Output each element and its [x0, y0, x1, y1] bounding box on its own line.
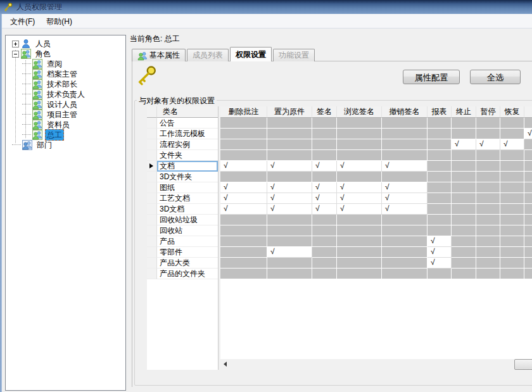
- tree-item-设计人员[interactable]: 设计人员: [6, 99, 125, 110]
- permission-cell-流程实例-签名[interactable]: [312, 139, 337, 150]
- permission-cell-文件夹-恢复[interactable]: [500, 150, 524, 161]
- permission-cell-产品大类-报表[interactable]: √: [428, 258, 452, 269]
- permission-cell-产品的文件夹-报表[interactable]: [428, 269, 452, 279]
- row-header[interactable]: [147, 172, 157, 182]
- class-name-cell-3D文档[interactable]: 3D文档: [157, 204, 218, 215]
- permission-cell-3D文件夹-浏览签名[interactable]: [337, 172, 382, 182]
- tree-item-label[interactable]: 设计人员: [45, 99, 79, 110]
- permission-cell-零部件-删除批注[interactable]: [220, 247, 267, 258]
- permission-cell-图纸-删除批注[interactable]: √: [220, 182, 267, 193]
- row-header[interactable]: [147, 236, 157, 247]
- tree-item-label[interactable]: 查阅: [45, 59, 64, 69]
- permission-cell-3D文档-恢复[interactable]: [500, 204, 524, 215]
- permission-cell-产品的文件夹-暂停[interactable]: [476, 269, 500, 279]
- row-header[interactable]: [147, 258, 157, 269]
- permission-cell-3D文档-置为原件[interactable]: √: [267, 204, 312, 215]
- permission-cell-工艺文档-签名[interactable]: √: [312, 193, 337, 204]
- permission-cell-回收站-报表[interactable]: [428, 225, 452, 236]
- collapse-icon[interactable]: [12, 51, 19, 58]
- permission-cell-产品大类-签名[interactable]: [312, 258, 337, 269]
- tree-item-label[interactable]: 总工: [45, 129, 64, 141]
- permission-cell-产品的文件夹-浏览签名[interactable]: [337, 269, 382, 279]
- permission-cell-工作流元模板-置为原件[interactable]: [267, 129, 312, 139]
- permission-cell-回收站-暂停[interactable]: [476, 225, 500, 236]
- tree-item-label[interactable]: 资料员: [45, 120, 72, 130]
- permission-cell-3D文件夹-置为原件[interactable]: [267, 172, 312, 182]
- attr-config-button[interactable]: 属性配置: [403, 70, 460, 84]
- permission-cell-回收站垃圾-终止[interactable]: [452, 215, 476, 225]
- permission-cell-产品大类-终止[interactable]: [452, 258, 476, 269]
- permission-cell-产品-报表[interactable]: √: [428, 236, 452, 247]
- permission-cell-产品大类-撤销签名[interactable]: [382, 258, 428, 269]
- class-name-cell-回收站垃圾[interactable]: 回收站垃圾: [157, 215, 218, 225]
- tree-item-总工[interactable]: 总工: [6, 130, 125, 140]
- permission-cell-零部件-浏览签名[interactable]: [337, 247, 382, 258]
- permission-cell-回收站垃圾-恢复[interactable]: [500, 215, 524, 225]
- scroll-left-button[interactable]: [220, 359, 231, 370]
- class-name-cell-3D文件夹[interactable]: 3D文件夹: [157, 172, 218, 182]
- permission-cell-文档-启[interactable]: [524, 161, 532, 172]
- permission-cell-公告-撤销签名[interactable]: [382, 118, 428, 129]
- permission-cell-文件夹-撤销签名[interactable]: [382, 150, 428, 161]
- class-name-cell-文件夹[interactable]: 文件夹: [157, 150, 218, 161]
- permission-cell-图纸-撤销签名[interactable]: √: [382, 182, 428, 193]
- horizontal-scrollbar[interactable]: [220, 359, 532, 370]
- row-header[interactable]: [147, 129, 157, 139]
- permission-cell-公告-暂停[interactable]: [476, 118, 500, 129]
- tree-item-label[interactable]: 技术负责人: [45, 89, 87, 99]
- permission-cell-3D文件夹-报表[interactable]: [428, 172, 452, 182]
- tree-item-技术负责人[interactable]: 技术负责人: [6, 89, 125, 99]
- permission-cell-零部件-启[interactable]: [524, 247, 532, 258]
- permission-cell-3D文件夹-删除批注[interactable]: [220, 172, 267, 182]
- permission-cell-3D文档-签名[interactable]: √: [312, 204, 337, 215]
- permission-cell-零部件-终止[interactable]: [452, 247, 476, 258]
- tree-item-label[interactable]: 角色: [34, 49, 53, 59]
- permission-cell-产品-浏览签名[interactable]: [337, 236, 382, 247]
- permission-cell-零部件-恢复[interactable]: [500, 247, 524, 258]
- permission-cell-流程实例-恢复[interactable]: √: [500, 139, 524, 150]
- permission-cell-图纸-报表[interactable]: [428, 182, 452, 193]
- tab-基本属性[interactable]: 基本属性: [132, 49, 186, 61]
- permission-cell-文件夹-删除批注[interactable]: [220, 150, 267, 161]
- row-header[interactable]: [147, 247, 157, 258]
- permission-cell-流程实例-撤销签名[interactable]: [382, 139, 428, 150]
- class-name-cell-工艺文档[interactable]: 工艺文档: [157, 193, 218, 204]
- permission-cell-回收站-终止[interactable]: [452, 225, 476, 236]
- permission-cell-回收站-恢复[interactable]: [500, 225, 524, 236]
- permission-cell-零部件-报表[interactable]: √: [428, 247, 452, 258]
- permission-cell-产品大类-暂停[interactable]: [476, 258, 500, 269]
- permission-cell-产品的文件夹-启[interactable]: [524, 269, 532, 279]
- permission-cell-工艺文档-置为原件[interactable]: √: [267, 193, 312, 204]
- tree-item-label[interactable]: 人员: [34, 39, 53, 49]
- row-header[interactable]: [147, 150, 157, 161]
- permission-cell-文档-签名[interactable]: √: [312, 161, 337, 172]
- permission-cell-零部件-暂停[interactable]: [476, 247, 500, 258]
- scrollbar-thumb[interactable]: [514, 359, 532, 370]
- permission-cell-产品大类-恢复[interactable]: [500, 258, 524, 269]
- permission-cell-产品的文件夹-置为原件[interactable]: [267, 269, 312, 279]
- permission-cell-图纸-恢复[interactable]: [500, 182, 524, 193]
- permission-cell-回收站-浏览签名[interactable]: [337, 225, 382, 236]
- permission-cell-工作流元模板-浏览签名[interactable]: [337, 129, 382, 139]
- permission-cell-公告-签名[interactable]: [312, 118, 337, 129]
- permission-cell-产品大类-浏览签名[interactable]: [337, 258, 382, 269]
- permission-cell-产品-签名[interactable]: [312, 236, 337, 247]
- permission-cell-产品大类-置为原件[interactable]: [267, 258, 312, 269]
- row-header[interactable]: [147, 215, 157, 225]
- permission-cell-流程实例-删除批注[interactable]: [220, 139, 267, 150]
- row-header[interactable]: [147, 182, 157, 193]
- tree-item-部门[interactable]: 部门: [6, 140, 125, 150]
- permission-cell-3D文档-终止[interactable]: [452, 204, 476, 215]
- class-name-cell-流程实例[interactable]: 流程实例: [157, 139, 218, 150]
- permission-cell-公告-报表[interactable]: [428, 118, 452, 129]
- permission-cell-回收站垃圾-启[interactable]: [524, 215, 532, 225]
- row-header[interactable]: [147, 161, 157, 172]
- permission-cell-3D文件夹-撤销签名[interactable]: [382, 172, 428, 182]
- permission-cell-3D文件夹-签名[interactable]: [312, 172, 337, 182]
- permission-cell-文件夹-暂停[interactable]: [476, 150, 500, 161]
- permission-cell-流程实例-暂停[interactable]: √: [476, 139, 500, 150]
- class-name-cell-产品的文件夹[interactable]: 产品的文件夹: [157, 269, 218, 279]
- permission-cell-流程实例-终止[interactable]: √: [452, 139, 476, 150]
- permission-cell-文件夹-浏览签名[interactable]: [337, 150, 382, 161]
- permission-cell-流程实例-报表[interactable]: [428, 139, 452, 150]
